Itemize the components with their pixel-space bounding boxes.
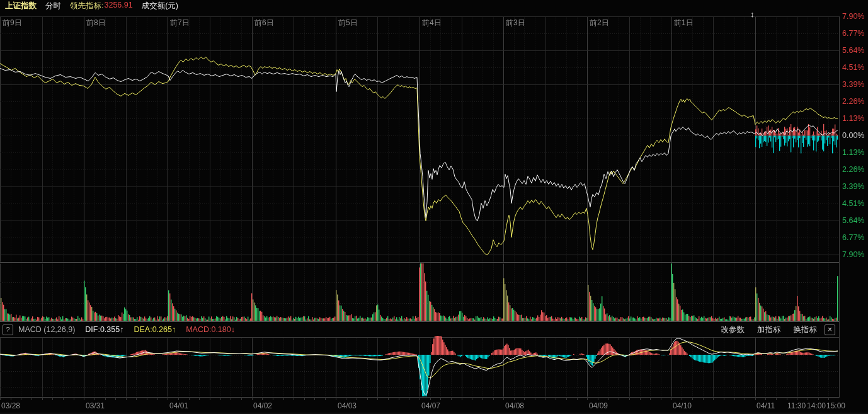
leading-indicator-value: 3256.91 (104, 1, 132, 11)
y-axis-tick-label: 1.13% (842, 114, 868, 123)
add-indicator-button[interactable]: 加指标 (757, 325, 781, 335)
macd-indicator-name: MACD (12,26,9) (18, 325, 75, 334)
switch-indicator-button[interactable]: 换指标 (794, 325, 818, 335)
chart-canvas[interactable] (0, 0, 868, 414)
y-axis-tick-label: 7.90% (842, 12, 868, 21)
x-axis-tick-label: 11:30 (787, 401, 806, 410)
y-axis-tick-label: 4.51% (842, 199, 868, 208)
day-label-5: 前5日 (338, 18, 358, 28)
y-axis-tick-label: 3.39% (842, 80, 868, 89)
x-axis-tick-label: 04/11 (757, 401, 775, 410)
y-axis-tick-label: 1.13% (842, 148, 868, 157)
turnover-label: 成交额(元) (142, 1, 178, 11)
x-axis-tick-label: 14:00 (807, 401, 826, 410)
x-axis-tick-label: 15:00 (826, 401, 845, 410)
top-info-bar: 上证指数 分时 领先指标: 3256.91 成交额(元) (0, 0, 868, 11)
x-axis-tick-label: 04/01 (169, 401, 188, 410)
y-axis-tick-label: 3.39% (842, 182, 868, 191)
macd-dea-value: DEA:0.265↑ (134, 325, 176, 334)
change-params-button[interactable]: 改参数 (721, 325, 745, 335)
day-label-2: 前2日 (590, 18, 609, 28)
y-axis-tick-label: 5.64% (842, 46, 868, 55)
y-axis-tick-label: 6.77% (842, 233, 868, 242)
y-axis-tick-label: 4.51% (842, 63, 868, 72)
macd-hist-value: MACD:0.180↓ (186, 325, 235, 334)
help-icon[interactable]: ? (3, 325, 13, 335)
x-axis-tick-label: 04/07 (421, 401, 440, 410)
index-name: 上证指数 (5, 1, 37, 11)
chart-position-marker-icon[interactable]: ↕ (750, 10, 755, 18)
y-axis-tick-label: 0.00% (842, 131, 868, 140)
x-axis-tick-label: 03/31 (86, 401, 105, 410)
day-label-6: 前6日 (254, 18, 274, 28)
x-axis-tick-label: 03/28 (1, 401, 20, 410)
day-label-9: 前9日 (3, 18, 22, 28)
leading-indicator-field: 领先指标: 3256.91 (70, 1, 133, 11)
close-indicator-icon[interactable]: × (825, 325, 835, 335)
macd-panel-header: ? MACD (12,26,9) DIF:0.355↑ DEA:0.265↑ M… (0, 322, 839, 337)
y-axis-tick-label: 2.26% (842, 165, 868, 174)
x-axis-tick-label: 04/03 (338, 401, 357, 410)
day-label-1: 前1日 (674, 18, 694, 28)
x-axis-tick-label: 04/08 (505, 401, 524, 410)
y-axis-tick-label: 6.77% (842, 29, 868, 38)
y-axis-tick-label: 5.64% (842, 216, 868, 225)
tab-intraday-mode[interactable]: 分时 (45, 1, 61, 11)
macd-dif-value: DIF:0.355↑ (85, 325, 123, 334)
y-axis-tick-label: 7.90% (842, 250, 868, 259)
day-label-4: 前4日 (422, 18, 442, 28)
stock-app-window: 上证指数 分时 领先指标: 3256.91 成交额(元) 前9日前8日前7日前6… (0, 0, 868, 414)
leading-indicator-label: 领先指标: (70, 1, 103, 11)
day-label-3: 前3日 (506, 18, 525, 28)
x-axis-tick-label: 04/02 (253, 401, 272, 410)
day-label-8: 前8日 (86, 18, 106, 28)
x-axis-tick-label: 04/10 (673, 401, 692, 410)
day-label-7: 前7日 (170, 18, 190, 28)
x-axis-tick-label: 04/09 (589, 401, 608, 410)
y-axis-tick-label: 2.26% (842, 97, 868, 106)
